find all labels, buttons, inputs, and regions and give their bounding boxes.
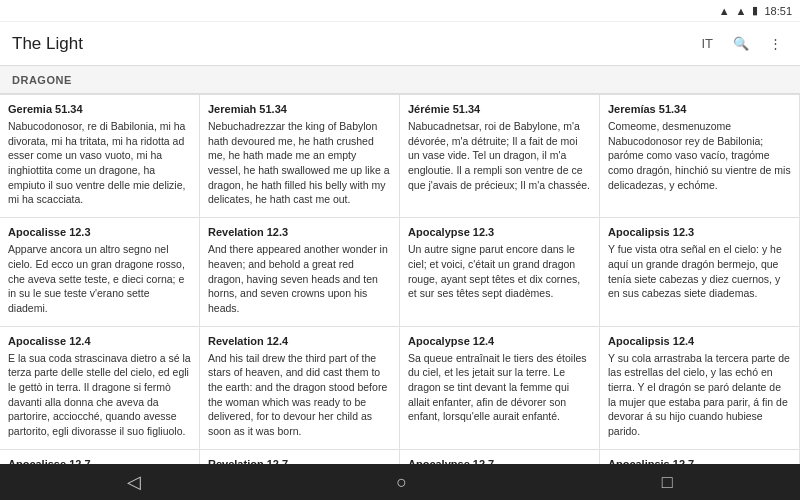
status-bar: ▲ ▲ ▮ 18:51 [0,0,800,22]
category-label: DRAGONE [12,74,72,86]
app-bar: The Light IT 🔍 ⋮ [0,22,800,66]
verse-reference: Jeremías 51.34 [608,103,791,115]
back-button[interactable]: ◁ [107,467,161,497]
app-title: The Light [12,34,687,54]
verse-text: Apparve ancora un altro segno nel cielo.… [8,242,191,315]
verse-text: Un autre signe parut encore dans le ciel… [408,242,591,301]
verse-text: Y fue vista otra señal en el cielo: y he… [608,242,791,301]
table-row[interactable]: Jeremías 51.34Comeome, desmenuzome Nabuc… [600,95,800,218]
verse-reference: Geremia 51.34 [8,103,191,115]
verse-reference: Apocalipsis 12.4 [608,335,791,347]
table-row[interactable]: Revelation 12.4And his tail drew the thi… [200,327,400,450]
verse-text: And there appeared another wonder in hea… [208,242,391,315]
verse-text: Nabucodonosor, re di Babilonia, mi ha di… [8,119,191,207]
language-button[interactable]: IT [695,32,719,55]
verse-reference: Revelation 12.4 [208,335,391,347]
table-row[interactable]: Apocalisse 12.4E la sua coda strascinava… [0,327,200,450]
verse-text: Nabucadnetsar, roi de Babylone, m'a dévo… [408,119,591,192]
verse-reference: Apocalisse 12.3 [8,226,191,238]
recents-button[interactable]: □ [642,468,693,497]
table-row[interactable]: Apocalypse 12.4Sa queue entraînait le ti… [400,327,600,450]
table-row[interactable]: Apocalipsis 12.3Y fue vista otra señal e… [600,218,800,326]
more-options-button[interactable]: ⋮ [763,32,788,55]
verse-reference: Apocalisse 12.4 [8,335,191,347]
table-row[interactable]: Jérémie 51.34Nabucadnetsar, roi de Babyl… [400,95,600,218]
verse-text: Sa queue entraînait le tiers des étoiles… [408,351,591,424]
search-button[interactable]: 🔍 [727,32,755,55]
verse-grid: Geremia 51.34Nabucodonosor, re di Babilo… [0,94,800,464]
table-row[interactable]: Geremia 51.34Nabucodonosor, re di Babilo… [0,95,200,218]
verse-reference: Apocalipsis 12.3 [608,226,791,238]
battery-icon: ▮ [752,4,758,17]
signal-icon: ▲ [719,5,730,17]
table-row[interactable]: Apocalypse 12.7Et il y eut guerre dans l… [400,450,600,464]
verse-text: Y su cola arrastraba la tercera parte de… [608,351,791,439]
verse-text: And his tail drew the third part of the … [208,351,391,439]
verse-text: E la sua coda strascinava dietro a sé la… [8,351,191,439]
content-area: Geremia 51.34Nabucodonosor, re di Babilo… [0,94,800,464]
time-display: 18:51 [764,5,792,17]
table-row[interactable]: Apocalypse 12.3Un autre signe parut enco… [400,218,600,326]
table-row[interactable]: Jeremiah 51.34Nebuchadrezzar the king of… [200,95,400,218]
verse-reference: Jérémie 51.34 [408,103,591,115]
verse-text: Nebuchadrezzar the king of Babylon hath … [208,119,391,207]
table-row[interactable]: Revelation 12.7And there was war in heav… [200,450,400,464]
verse-reference: Revelation 12.3 [208,226,391,238]
table-row[interactable]: Apocalipsis 12.4Y su cola arrastraba la … [600,327,800,450]
home-button[interactable]: ○ [376,468,427,497]
nav-bar: ◁ ○ □ [0,464,800,500]
verse-reference: Jeremiah 51.34 [208,103,391,115]
verse-reference: Apocalypse 12.4 [408,335,591,347]
table-row[interactable]: Apocalisse 12.3Apparve ancora un altro s… [0,218,200,326]
verse-text: Comeome, desmenuzome Nabucodonosor rey d… [608,119,791,192]
wifi-icon: ▲ [736,5,747,17]
table-row[interactable]: Apocalipsis 12.7Y fue hecha una grande b… [600,450,800,464]
table-row[interactable]: Revelation 12.3And there appeared anothe… [200,218,400,326]
verse-reference: Apocalypse 12.3 [408,226,591,238]
table-row[interactable]: Apocalisse 12.7E si fece battaglia nel c… [0,450,200,464]
category-bar: DRAGONE [0,66,800,94]
